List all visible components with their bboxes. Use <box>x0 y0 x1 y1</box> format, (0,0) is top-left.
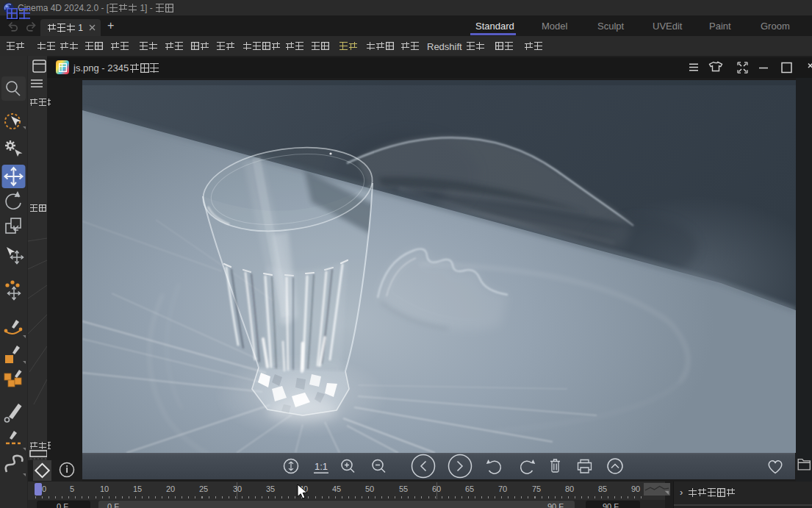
svg-text:1:1: 1:1 <box>315 461 328 472</box>
